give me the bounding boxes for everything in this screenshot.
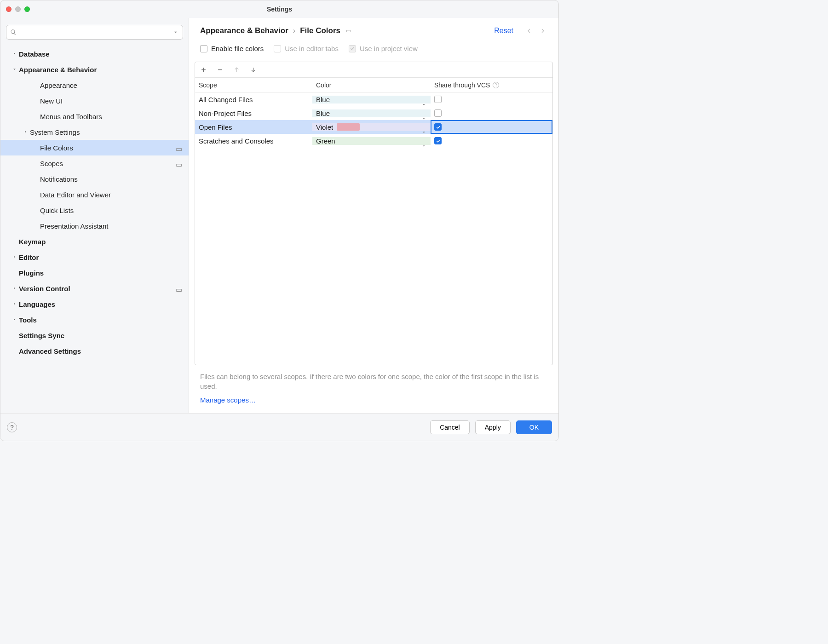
forward-button[interactable] (538, 26, 547, 35)
expand-icon[interactable] (10, 286, 19, 291)
vcs-checkbox[interactable] (434, 137, 442, 144)
chevron-down-icon[interactable] (422, 142, 426, 150)
expand-icon[interactable] (10, 51, 19, 57)
breadcrumb-seg-2: File Colors (300, 26, 340, 35)
sidebar-item-label: Editor (19, 253, 183, 261)
sidebar-item[interactable]: Keymap (0, 234, 189, 249)
remove-button[interactable] (215, 65, 224, 75)
table-row[interactable]: Open FilesViolet (195, 120, 552, 134)
sidebar-item[interactable]: Appearance & Behavior (0, 62, 189, 77)
sidebar-item-label: Database (19, 50, 183, 58)
add-button[interactable] (199, 65, 208, 75)
sidebar-item-label: Tools (19, 316, 183, 324)
settings-tree: DatabaseAppearance & BehaviorAppearanceN… (0, 43, 189, 413)
sidebar-item-label: Presentation Assistant (40, 222, 183, 230)
vcs-cell[interactable] (431, 109, 552, 117)
vcs-cell[interactable] (431, 137, 552, 144)
sidebar-item-label: Quick Lists (40, 207, 183, 214)
color-cell[interactable]: Blue (312, 109, 431, 117)
sidebar-item[interactable]: Languages (0, 296, 189, 312)
titlebar: Settings (0, 0, 558, 18)
color-label: Violet (316, 123, 333, 131)
project-level-icon: ▭ (176, 286, 183, 291)
color-cell[interactable]: Green (312, 137, 431, 145)
table-row[interactable]: Non-Project FilesBlue (195, 106, 552, 120)
sidebar-item[interactable]: Tools (0, 312, 189, 328)
table-toolbar (195, 62, 552, 78)
sidebar-item-label: Version Control (19, 285, 176, 293)
expand-icon[interactable] (10, 317, 19, 322)
sidebar-item[interactable]: System Settings (0, 124, 189, 140)
sidebar-item[interactable]: Menus and Toolbars (0, 109, 189, 124)
col-color-header[interactable]: Color (312, 81, 431, 89)
use-in-editor-tabs-label: Use in editor tabs (285, 45, 339, 52)
sidebar-item[interactable]: Appearance (0, 77, 189, 93)
sidebar-item-label: File Colors (40, 144, 176, 152)
table-body: All Changed FilesBlueNon-Project FilesBl… (195, 92, 552, 148)
vcs-cell[interactable] (431, 96, 552, 103)
color-label: Green (316, 137, 335, 145)
expand-icon[interactable] (10, 301, 19, 307)
file-colors-table: Scope Color Share through VCS ? All Chan… (195, 62, 553, 365)
project-level-icon: ▭ (346, 28, 351, 34)
sidebar-item[interactable]: Scopes▭ (0, 155, 189, 171)
sidebar-item[interactable]: File Colors▭ (0, 140, 189, 155)
sidebar-item-label: Advanced Settings (19, 347, 183, 355)
back-button[interactable] (524, 26, 534, 35)
help-button[interactable]: ? (7, 422, 17, 432)
sidebar-item[interactable]: Advanced Settings (0, 343, 189, 359)
sidebar-item[interactable]: Settings Sync (0, 328, 189, 343)
enable-file-colors-checkbox[interactable]: Enable file colors (200, 45, 264, 52)
vcs-checkbox[interactable] (434, 123, 442, 131)
sidebar: DatabaseAppearance & BehaviorAppearanceN… (0, 18, 189, 413)
help-icon[interactable]: ? (493, 82, 499, 88)
expand-icon[interactable] (10, 254, 19, 260)
sidebar-item[interactable]: Data Editor and Viewer (0, 187, 189, 202)
move-up-button[interactable] (232, 65, 241, 75)
vcs-checkbox[interactable] (434, 96, 442, 103)
breadcrumb-seg-1[interactable]: Appearance & Behavior (200, 26, 288, 35)
sidebar-item[interactable]: Database (0, 46, 189, 62)
color-label: Blue (316, 109, 330, 117)
expand-icon[interactable] (10, 67, 19, 72)
sidebar-item[interactable]: Presentation Assistant (0, 218, 189, 234)
apply-button[interactable]: Apply (475, 420, 511, 434)
main-panel: Appearance & Behavior › File Colors ▭ Re… (189, 18, 558, 413)
col-scope-header[interactable]: Scope (195, 81, 312, 89)
ok-button[interactable]: OK (516, 420, 552, 434)
color-swatch (337, 123, 360, 131)
reset-button[interactable]: Reset (494, 27, 513, 35)
sidebar-item-label: Appearance (40, 81, 183, 89)
chevron-down-icon[interactable] (422, 128, 426, 136)
chevron-down-icon[interactable] (422, 100, 426, 108)
sidebar-item[interactable]: Notifications (0, 171, 189, 187)
sidebar-item-label: System Settings (30, 128, 183, 136)
chevron-down-icon[interactable] (422, 114, 426, 122)
expand-icon[interactable] (21, 129, 30, 135)
search-input-wrapper[interactable] (6, 25, 183, 40)
sidebar-item-label: Plugins (19, 269, 183, 277)
hint-text: Files can belong to several scopes. If t… (189, 365, 558, 393)
search-input[interactable] (19, 29, 172, 36)
color-cell[interactable]: Violet (312, 123, 431, 131)
scope-cell: Non-Project Files (195, 109, 312, 117)
manage-scopes-link[interactable]: Manage scopes… (189, 392, 558, 413)
sidebar-item-label: Languages (19, 300, 183, 308)
vcs-cell[interactable] (431, 120, 552, 134)
sidebar-item-label: Keymap (19, 238, 183, 246)
table-row[interactable]: All Changed FilesBlue (195, 92, 552, 106)
move-down-button[interactable] (248, 65, 258, 75)
col-vcs-header[interactable]: Share through VCS ? (431, 81, 552, 89)
sidebar-item[interactable]: Plugins (0, 265, 189, 281)
table-row[interactable]: Scratches and ConsolesGreen (195, 134, 552, 148)
sidebar-item[interactable]: Editor (0, 249, 189, 265)
cancel-button[interactable]: Cancel (430, 420, 470, 434)
search-dropdown-icon[interactable] (172, 29, 179, 35)
vcs-checkbox[interactable] (434, 109, 442, 117)
sidebar-item[interactable]: Quick Lists (0, 202, 189, 218)
sidebar-item-label: New UI (40, 97, 183, 105)
sidebar-item[interactable]: New UI (0, 93, 189, 109)
breadcrumb: Appearance & Behavior › File Colors ▭ Re… (189, 18, 558, 35)
sidebar-item[interactable]: Version Control▭ (0, 281, 189, 296)
color-cell[interactable]: Blue (312, 96, 431, 104)
